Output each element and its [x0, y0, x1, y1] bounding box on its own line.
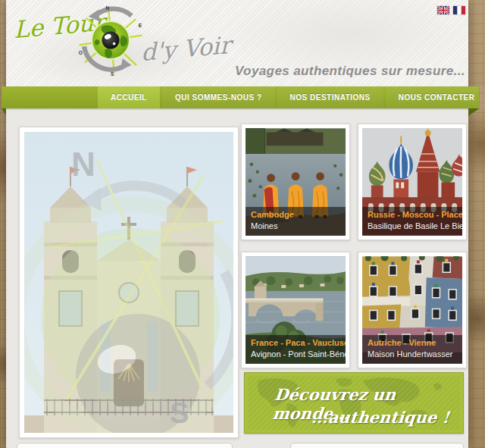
- ribbon-fold-right: [468, 108, 479, 116]
- page-container: Le Tour: [6, 0, 468, 448]
- card-subtitle: Basilique de Basile Le Bienheureux: [368, 221, 457, 232]
- destination-card-cambodge[interactable]: Cambodge Moines: [241, 124, 350, 240]
- card-title: Autriche - Vienne: [368, 337, 457, 349]
- bottom-panel-right: [290, 443, 464, 448]
- card-subtitle: Maison Hundertwasser: [368, 349, 457, 360]
- card-caption: France - Paca - Vaucluse Avignon - Pont …: [246, 335, 346, 364]
- card-title: France - Paca - Vaucluse: [251, 337, 340, 349]
- site-header: Le Tour: [6, 0, 468, 86]
- card-title: Russie - Moscou - Place Rouge: [368, 209, 457, 221]
- discover-banner: Découvrez un monde... ...authentique !: [244, 372, 464, 434]
- compass-e-label: E: [139, 23, 142, 28]
- card-caption: Autriche - Vienne Maison Hundertwasser: [362, 335, 462, 364]
- nav-item-qui-sommes-nous[interactable]: QUI SOMMES-NOUS ?: [162, 86, 275, 108]
- logo-text-secondary[interactable]: d'y Voir: [141, 31, 231, 66]
- pupil: [102, 32, 120, 49]
- destination-card-france[interactable]: France - Paca - Vaucluse Avignon - Pont …: [241, 252, 350, 368]
- ribbon-fold-left: [2, 108, 6, 115]
- nav-item-accueil[interactable]: ACCUEIL: [98, 86, 160, 108]
- language-switcher: [437, 6, 465, 14]
- compass-n-label: N: [106, 5, 110, 11]
- card-title: Cambodge: [251, 209, 340, 221]
- site-tagline: Voyages authentiques sur mesure...: [235, 64, 465, 79]
- main-nav: ACCUEIL QUI SOMMES-NOUS ? NOS DESTINATIO…: [2, 86, 479, 108]
- card-caption: Russie - Moscou - Place Rouge Basilique …: [362, 207, 462, 236]
- france-flag-icon[interactable]: [453, 6, 465, 14]
- uk-flag-icon[interactable]: [437, 6, 449, 14]
- destination-card-russie[interactable]: Russie - Moscou - Place Rouge Basilique …: [358, 124, 467, 240]
- bottom-panel-left: [17, 443, 233, 448]
- destination-card-autriche[interactable]: Autriche - Vienne Maison Hundertwasser: [358, 252, 467, 368]
- card-caption: Cambodge Moines: [246, 207, 346, 236]
- church-photo-with-compass-watermark: N S: [24, 132, 233, 433]
- compass-s-label: S: [111, 71, 114, 77]
- eye-globe-compass-icon[interactable]: N E S O: [76, 3, 146, 77]
- card-subtitle: Moines: [251, 221, 340, 232]
- card-subtitle: Avignon - Pont Saint-Bénezet: [251, 349, 340, 360]
- compass-o-label: O: [79, 50, 83, 55]
- nav-items: ACCUEIL QUI SOMMES-NOUS ? NOS DESTINATIO…: [98, 86, 485, 108]
- banner-line2: ...authentique !: [311, 408, 451, 427]
- nav-item-nos-destinations[interactable]: NOS DESTINATIONS: [277, 86, 383, 108]
- nav-item-nous-contacter[interactable]: NOUS CONTACTER: [386, 86, 485, 108]
- hero-slideshow[interactable]: N S: [19, 127, 239, 438]
